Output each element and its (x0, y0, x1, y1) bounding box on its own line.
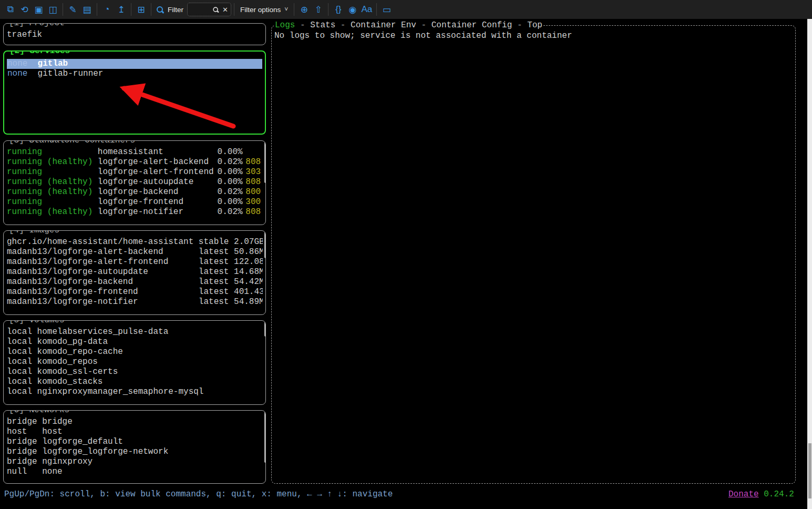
palette-icon[interactable]: ◉ (345, 3, 359, 17)
cell: 0.00% (218, 147, 243, 157)
table-row[interactable]: localnginxproxymanager_semaphore-mysql (6, 387, 263, 397)
table-row[interactable]: nullnone (6, 467, 263, 477)
table-row[interactable]: runninghomeassistant0.00% (6, 147, 263, 157)
file-lock-icon[interactable]: ▤ (80, 3, 94, 17)
cell: 800 (245, 187, 263, 197)
table-row[interactable]: bridgenginxproxy (6, 457, 263, 467)
cell: latest (199, 267, 234, 277)
tab-stats[interactable]: Stats (310, 21, 335, 30)
table-row[interactable]: localkomodo_stacks (6, 377, 263, 387)
toolbar-right-icons: ⊕⇧{}◉Aa▭ (291, 0, 394, 19)
tab-logs[interactable]: Logs (275, 21, 295, 30)
network-lock-icon[interactable]: ⊞ (134, 3, 148, 17)
copy-icon[interactable]: ⧉ (3, 3, 17, 17)
cell: 0.02% (218, 207, 243, 217)
panel-scrollbar[interactable] (264, 412, 266, 463)
cell: gitlab (38, 59, 262, 69)
cell: none (7, 59, 38, 69)
toolbar-separator (151, 3, 151, 16)
file-upload-icon[interactable]: ⇧ (311, 3, 325, 17)
cell: 50.86M (234, 247, 263, 257)
table-row[interactable]: madanb13/logforge-autoupdatelatest14.68M (6, 267, 263, 277)
cell: logforge-alert-frontend (98, 167, 218, 177)
panel-services[interactable]: [2]─Services nonegitlabnonegitlab-runner (3, 50, 266, 135)
table-row[interactable]: running (healthy)logforge-backend0.02%80… (6, 187, 263, 197)
window-toolbar: ⧉⟲▣◫✎▤◔↥⊞ Filter ✕ Filter options ˅ ⊕⇧{}… (0, 0, 812, 19)
cell: local (7, 357, 37, 367)
panel-images[interactable]: [4]─Images ghcr.io/home-assistant/home-a… (3, 230, 266, 315)
script-icon[interactable]: ✎ (66, 3, 80, 17)
cell: 54.42M (234, 277, 263, 287)
table-row[interactable]: ghcr.io/home-assistant/home-assistantsta… (6, 237, 263, 247)
table-row[interactable]: running (healthy)logforge-notifier0.02%8… (6, 207, 263, 217)
network-check-icon[interactable]: ⊕ (297, 3, 311, 17)
table-row[interactable]: madanb13/logforge-alert-backendlatest50.… (6, 247, 263, 257)
table-row[interactable]: runninglogforge-frontend0.00%300 (6, 197, 263, 207)
table-row[interactable]: nonegitlab-runner (7, 69, 262, 79)
panel-project[interactable]: [1]─Project traefik (3, 23, 266, 45)
cell: latest (199, 257, 234, 267)
panel-scrollbar[interactable] (264, 142, 266, 183)
table-row[interactable]: madanb13/logforge-backendlatest54.42M (6, 277, 263, 287)
table-row[interactable]: running (healthy)logforge-alert-backend0… (6, 157, 263, 167)
table-row[interactable]: madanb13/logforge-frontendlatest401.43 (6, 287, 263, 297)
cell: logforge-autoupdate (98, 177, 218, 187)
tab-top[interactable]: Top (527, 21, 542, 30)
cell: running (7, 147, 98, 157)
table-row[interactable]: madanb13/logforge-alert-frontendlatest12… (6, 257, 263, 267)
cell: logforge-backend (98, 187, 218, 197)
history-icon[interactable]: ⟲ (17, 3, 32, 17)
window-scrollbar-thumb[interactable] (808, 443, 811, 498)
console-pause-icon[interactable]: ◫ (46, 3, 60, 17)
panel-containers[interactable]: [3]─Standalone Containers runninghomeass… (3, 140, 266, 225)
logs-message: No logs to show; service is not associat… (274, 31, 793, 41)
table-row[interactable]: nonegitlab (7, 59, 262, 69)
cell: logforge-notifier (98, 207, 218, 217)
font-icon[interactable]: Aa (359, 3, 374, 17)
filter-input[interactable]: ✕ (187, 3, 231, 16)
cell: logforge-frontend (98, 197, 218, 207)
cell: host (42, 427, 263, 437)
screen-search-icon[interactable]: ▭ (379, 3, 394, 17)
panel-networks[interactable]: [6]─Networks bridgebridgehosthostbridgel… (3, 410, 266, 484)
table-row[interactable]: running (healthy)logforge-autoupdate0.00… (6, 177, 263, 187)
tab-container-config[interactable]: Container Config (431, 21, 512, 30)
cell: none (42, 467, 263, 477)
table-row[interactable]: bridgelogforge_logforge-network (6, 447, 263, 457)
file-braces-icon[interactable]: {} (331, 3, 345, 17)
table-row[interactable]: localkomodo_pg-data (6, 337, 263, 347)
table-row[interactable]: localkomodo_repos (6, 357, 263, 367)
panel-scrollbar[interactable] (264, 232, 266, 258)
table-row[interactable]: localkomodo_ssl-certs (6, 367, 263, 377)
tab-container-env[interactable]: Container Env (351, 21, 416, 30)
file-export-icon[interactable]: ↥ (114, 3, 128, 17)
gauge-icon[interactable]: ◔ (100, 3, 114, 17)
clear-filter-icon[interactable]: ✕ (222, 6, 228, 14)
panel-services-title: [2]─Services (9, 50, 70, 56)
window-scrollbar[interactable] (807, 19, 812, 509)
console-icon[interactable]: ▣ (32, 3, 46, 17)
table-row[interactable]: bridgelogforge_default (6, 437, 263, 447)
donate-link[interactable]: Donate (728, 490, 759, 499)
cell: running (7, 167, 98, 177)
cell: 401.43 (234, 287, 263, 297)
cell: local (7, 367, 37, 377)
table-row[interactable]: madanb13/logforge-notifierlatest54.89M (6, 297, 263, 307)
filter-options-dropdown[interactable]: Filter options ˅ (240, 6, 288, 14)
cell: running (7, 197, 98, 207)
panel-logs[interactable]: Logs - Stats - Container Env - Container… (271, 25, 796, 484)
table-row[interactable]: hosthost (6, 427, 263, 437)
table-row[interactable]: localkomodo_repo-cache (6, 347, 263, 357)
toolbar-separator (131, 3, 131, 16)
cell: homeassistant (98, 147, 218, 157)
version-label: 0.24.2 (764, 490, 794, 499)
cell: logforge_logforge-network (42, 447, 263, 457)
panel-volumes[interactable]: [5]─Volumes localhomelabservices_pulse-d… (3, 320, 266, 405)
panel-scrollbar[interactable] (264, 322, 266, 337)
chevron-down-icon: ˅ (284, 6, 288, 13)
table-row[interactable]: bridgebridge (6, 417, 263, 427)
toolbar-separator (234, 3, 234, 16)
table-row[interactable]: localhomelabservices_pulse-data (6, 327, 263, 337)
table-row[interactable]: runninglogforge-alert-frontend0.00%303 (6, 167, 263, 177)
table-row[interactable]: traefik (6, 30, 263, 40)
